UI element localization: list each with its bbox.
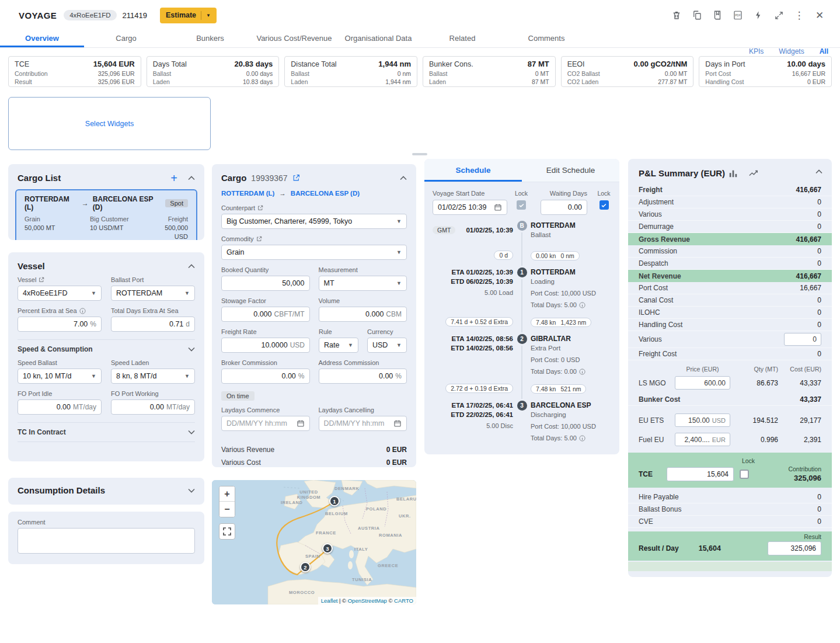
result-total-input[interactable]: 325,096 (768, 541, 821, 555)
address-commission-input[interactable]: 0.00% (319, 369, 407, 384)
drag-handle[interactable] (412, 153, 427, 155)
collapse-chevron-up-icon[interactable] (815, 169, 822, 174)
vessel-select[interactable]: 4xRoEeE1FD▼ (18, 286, 102, 301)
fo-port-idle-input[interactable]: 0.00MT/day (18, 399, 102, 415)
tce-input[interactable]: 15,604 (667, 467, 734, 481)
measurement-select[interactable]: MT▼ (319, 276, 407, 291)
contribution-value: 325,096 (794, 474, 821, 482)
zoom-out-button[interactable]: − (219, 502, 235, 517)
tab-bunkers[interactable]: Bunkers (168, 30, 252, 47)
map-marker-1[interactable]: 1 (329, 496, 340, 506)
ballast-port-select[interactable]: ROTTERDAM▼ (111, 286, 195, 301)
more-options-button[interactable]: ⋮ (793, 9, 806, 22)
route-from-link[interactable]: ROTTERDAM (L) (221, 190, 274, 197)
filter-widgets[interactable]: Widgets (779, 47, 804, 55)
tce-lock-checkbox[interactable] (740, 470, 749, 479)
openstreetmap-link[interactable]: OpenStreetMap (348, 597, 387, 604)
calendar-icon[interactable] (297, 419, 305, 427)
filter-kpis[interactable]: KPIs (749, 47, 764, 55)
comment-textarea[interactable] (18, 528, 195, 554)
delete-button[interactable] (670, 9, 683, 22)
select-widgets-link[interactable]: Select Widgets (85, 120, 134, 128)
tab-organisational-data[interactable]: Organisational Data (336, 30, 420, 47)
tab-schedule[interactable]: Schedule (424, 159, 522, 182)
tab-comments[interactable]: Comments (504, 30, 588, 47)
tab-overview[interactable]: Overview (0, 30, 84, 47)
freight-rate-input[interactable]: 10.0000USD (221, 338, 310, 353)
tab-various-cost-revenue[interactable]: Various Cost/Revenue (252, 30, 336, 47)
speed-consumption-section[interactable]: Speed & Consumption (18, 339, 195, 353)
percent-extra-input[interactable]: 7.00% (18, 317, 102, 332)
pnl-row-freight: Freight416,667 (628, 184, 832, 196)
booked-quantity-input[interactable]: 50,000 (221, 276, 310, 291)
map-marker-2[interactable]: 2 (300, 562, 311, 572)
fo-port-working-input[interactable]: 0.00MT/day (111, 399, 195, 415)
lock-label: Lock (515, 190, 528, 197)
add-cargo-button[interactable]: + (170, 173, 177, 183)
map-fullscreen-button[interactable] (219, 523, 235, 540)
tab-cargo[interactable]: Cargo (84, 30, 168, 47)
waiting-days-lock-checkbox[interactable] (599, 200, 609, 210)
carto-link[interactable]: CARTO (394, 597, 413, 604)
speed-laden-select[interactable]: 8 kn, 8 MT/d▼ (111, 369, 195, 384)
info-icon[interactable] (579, 369, 585, 375)
info-icon[interactable] (579, 435, 585, 442)
voyage-start-date-input[interactable]: 01/02/25 10:39 (433, 200, 507, 215)
calendar-icon[interactable] (494, 203, 502, 211)
broker-commission-input[interactable]: 0.00% (221, 369, 310, 384)
route-map[interactable]: UNITED KINGDOM IRELAND DENMARK BELGIUM P… (212, 480, 416, 604)
quick-actions-button[interactable] (752, 9, 765, 22)
journal-icon (712, 10, 723, 20)
currency-select[interactable]: USD▼ (367, 338, 407, 353)
tab-related[interactable]: Related (420, 30, 504, 47)
cargo-item-freight-label: Freight (153, 215, 188, 224)
speed-ballast-select[interactable]: 10 kn, 10 MT/d▼ (18, 369, 102, 384)
zoom-in-button[interactable]: + (219, 486, 235, 502)
fuel-eu-price-input[interactable]: 2,400....EUR (675, 433, 730, 446)
map-marker-3[interactable]: 3 (322, 543, 333, 554)
external-link-icon[interactable] (39, 277, 44, 283)
close-button[interactable]: ✕ (813, 9, 826, 22)
journal-button[interactable] (711, 9, 724, 22)
rule-select[interactable]: Rate▼ (319, 338, 358, 353)
line-chart-icon[interactable] (748, 169, 759, 178)
cargo-list-item[interactable]: ROTTERDAM (L) → BARCELONA ESP (D) Spot G… (15, 189, 197, 240)
eu-ets-price-input[interactable]: 150.00USD (675, 413, 730, 427)
collapse-chevron-up-icon[interactable] (188, 176, 195, 180)
fo-port-working-label: FO Port Working (111, 390, 195, 397)
collapse-chevron-down-icon[interactable] (188, 488, 195, 493)
volume-input[interactable]: 0.000CBM (319, 307, 407, 322)
various-cost-input[interactable]: 0 (784, 333, 821, 346)
collapse-chevron-up-icon[interactable] (188, 264, 195, 269)
leaflet-link[interactable]: Leaflet (321, 597, 338, 604)
collapse-chevron-up-icon[interactable] (400, 176, 407, 180)
external-link-icon[interactable] (256, 236, 262, 242)
calendar-icon[interactable] (393, 419, 402, 427)
external-link-icon[interactable] (257, 205, 263, 211)
timeline-transit-2: 2.72 d + 0.19 d Extra 7.48 kn521 nm (433, 383, 611, 394)
cargo-id: 19939367 (251, 173, 287, 183)
route-to-link[interactable]: BARCELONA ESP (D) (291, 190, 360, 197)
expand-button[interactable] (772, 9, 785, 22)
ls-mgo-price-input[interactable]: 600.00 (675, 376, 730, 390)
total-days-extra-input[interactable]: 0.71d (111, 317, 195, 332)
info-icon[interactable] (79, 308, 86, 314)
map-label: POLAND (366, 506, 386, 512)
laydays-cancelling-input[interactable]: DD/MM/YY hh:mm (319, 416, 407, 431)
filter-all[interactable]: All (820, 47, 828, 55)
voyage-start-lock-checkbox[interactable] (517, 200, 526, 210)
export-pdf-button[interactable]: PDF (731, 9, 744, 22)
tc-in-contract-section[interactable]: TC In Contract (18, 422, 195, 442)
bar-chart-icon[interactable] (729, 169, 738, 178)
counterpart-select[interactable]: Big Customer, Charterer, 45999, Tokyo▼ (221, 214, 407, 229)
commodity-select[interactable]: Grain▼ (221, 245, 407, 260)
info-icon[interactable] (579, 302, 585, 308)
copy-button[interactable] (691, 9, 703, 22)
tab-edit-schedule[interactable]: Edit Schedule (522, 159, 619, 182)
bunker-row-ls-mgo: LS MGO 600.00 86.673 43,337 (628, 374, 832, 391)
stowage-factor-input[interactable]: 0.000CBFT/MT (221, 307, 310, 322)
estimate-button[interactable]: Estimate ▼ (160, 8, 217, 23)
waiting-days-input[interactable]: 0.00 (541, 200, 588, 215)
laydays-commence-input[interactable]: DD/MM/YY hh:mm (221, 416, 310, 431)
open-cargo-external-link-icon[interactable] (292, 174, 300, 182)
